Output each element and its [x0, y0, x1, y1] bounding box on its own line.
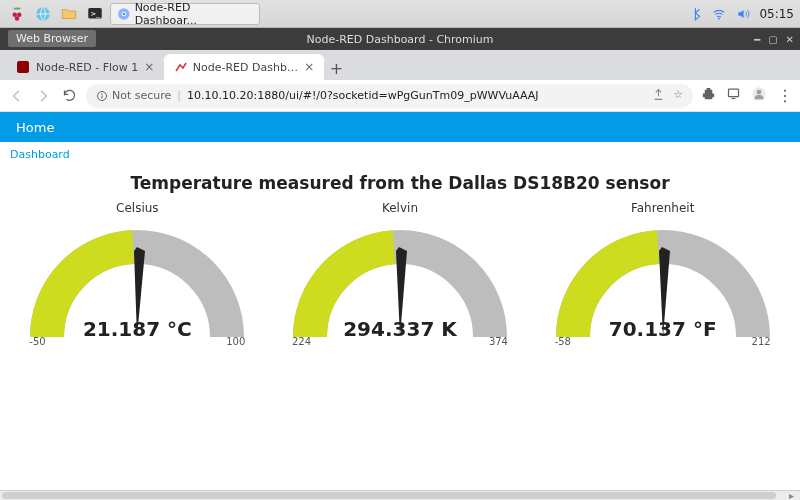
taskbar-app-chromium[interactable]: Node-RED Dashboar... [110, 3, 260, 25]
volume-icon[interactable] [735, 7, 751, 21]
gauge-min: -50 [29, 336, 45, 347]
svg-point-1 [17, 12, 22, 17]
gauge-celsius: Celsius 21.187 °C -50 100 [12, 201, 262, 347]
tab-label: Node-RED Dashboard [193, 61, 299, 74]
svg-rect-13 [102, 95, 103, 98]
gauge-label: Celsius [12, 201, 262, 215]
globe-icon[interactable] [32, 3, 54, 25]
gauge-max: 100 [226, 336, 245, 347]
tooltip: Web Browser [8, 30, 96, 47]
scrollbar-thumb[interactable] [2, 492, 776, 499]
tab-close-icon[interactable]: × [144, 60, 154, 74]
gauge-fahrenheit: Fahrenheit 70.137 °F -58 212 [538, 201, 788, 347]
forward-button[interactable] [34, 87, 52, 105]
kebab-menu-icon[interactable]: ⋮ [777, 86, 792, 105]
window-title: Node-RED Dashboard - Chromium [307, 33, 494, 46]
profile-icon[interactable] [751, 86, 767, 106]
svg-text:>_: >_ [91, 9, 101, 17]
svg-point-17 [757, 89, 762, 94]
home-link[interactable]: Home [16, 120, 54, 135]
window-maximize-icon[interactable]: ▢ [768, 34, 777, 45]
new-tab-button[interactable]: + [324, 56, 348, 80]
window-minimize-icon[interactable]: ━ [754, 34, 760, 45]
gauge-max: 374 [489, 336, 508, 347]
svg-rect-15 [732, 98, 736, 99]
nodered-icon [16, 60, 30, 74]
chromium-icon [117, 7, 131, 21]
gauge-value: 21.187 °C [17, 317, 257, 341]
taskbar-app-label: Node-RED Dashboar... [135, 1, 253, 27]
app-topbar: Home [0, 112, 800, 142]
back-button[interactable] [8, 87, 26, 105]
gauge-label: Fahrenheit [538, 201, 788, 215]
terminal-icon[interactable]: >_ [84, 3, 106, 25]
raspberry-menu-icon[interactable] [6, 3, 28, 25]
reload-button[interactable] [60, 87, 78, 105]
page-title: Temperature measured from the Dallas DS1… [0, 173, 800, 193]
window-close-icon[interactable]: ✕ [786, 34, 794, 45]
vnc-icon[interactable] [726, 86, 741, 105]
gauge-label: Kelvin [275, 201, 525, 215]
not-secure-indicator[interactable]: Not secure [96, 89, 171, 102]
browser-toolbar: Not secure | 10.10.10.20:1880/ui/#!/0?so… [0, 80, 800, 112]
svg-rect-14 [729, 89, 739, 97]
file-manager-icon[interactable] [58, 3, 80, 25]
gauge-max: 212 [752, 336, 771, 347]
breadcrumb[interactable]: Dashboard [0, 142, 800, 167]
svg-point-8 [123, 12, 125, 14]
system-tray: 05:15 [689, 7, 794, 21]
gauge-kelvin: Kelvin 294.337 K 224 374 [275, 201, 525, 347]
star-icon[interactable]: ☆ [673, 88, 683, 104]
wifi-icon[interactable] [711, 7, 727, 21]
scrollbar-arrow-icon[interactable]: ▸ [789, 490, 794, 500]
nodered-dashboard-icon [174, 60, 186, 74]
tab-dashboard[interactable]: Node-RED Dashboard × [164, 54, 324, 80]
clock[interactable]: 05:15 [759, 7, 794, 21]
svg-point-9 [719, 17, 721, 19]
not-secure-label: Not secure [112, 89, 171, 102]
os-horizontal-scrollbar[interactable]: ▸ [0, 490, 800, 500]
gauge-min: -58 [555, 336, 571, 347]
svg-rect-10 [17, 61, 29, 73]
gauge-value: 70.137 °F [543, 317, 783, 341]
gauge-row: Celsius 21.187 °C -50 100 Kelvin [0, 201, 800, 347]
browser-tabstrip: Node-RED - Flow 1 × Node-RED Dashboard ×… [0, 50, 800, 80]
extensions-icon[interactable] [701, 86, 716, 105]
page-content: Home Dashboard Temperature measured from… [0, 112, 800, 490]
tab-label: Node-RED - Flow 1 [36, 61, 138, 74]
window-titlebar: Node-RED Dashboard - Chromium ━ ▢ ✕ [0, 28, 800, 50]
bluetooth-icon[interactable] [689, 7, 703, 21]
share-icon[interactable] [652, 88, 665, 104]
info-icon [96, 90, 108, 102]
tab-flow1[interactable]: Node-RED - Flow 1 × [6, 54, 164, 80]
svg-point-0 [13, 12, 18, 17]
gauge-min: 224 [292, 336, 311, 347]
gauge-value: 294.337 K [280, 317, 520, 341]
svg-point-2 [15, 16, 20, 21]
svg-point-12 [101, 93, 102, 94]
tab-close-icon[interactable]: × [304, 60, 314, 74]
url-text: 10.10.10.20:1880/ui/#!/0?socketid=wPgGun… [187, 89, 646, 102]
address-bar[interactable]: Not secure | 10.10.10.20:1880/ui/#!/0?so… [86, 84, 693, 108]
os-taskbar: >_ Node-RED Dashboar... 05:15 [0, 0, 800, 28]
